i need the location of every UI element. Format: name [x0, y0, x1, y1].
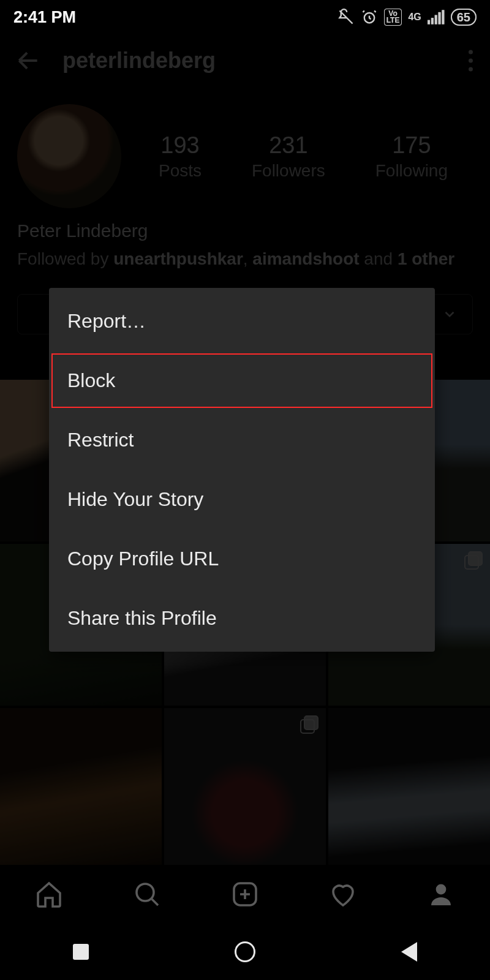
menu-item-report[interactable]: Report… — [49, 292, 435, 351]
options-menu: Report… Block Restrict Hide Your Story C… — [49, 288, 435, 652]
bottom-nav — [0, 865, 490, 924]
menu-item-restrict[interactable]: Restrict — [49, 410, 435, 470]
svg-point-12 — [137, 884, 154, 901]
recents-button[interactable] — [73, 944, 89, 960]
menu-item-share-profile[interactable]: Share this Profile — [49, 589, 435, 648]
profile-icon[interactable] — [426, 880, 456, 909]
activity-heart-icon[interactable] — [328, 880, 358, 909]
search-icon[interactable] — [132, 880, 162, 909]
screen: peterlindeberg 193 Posts 231 Followers — [0, 0, 490, 980]
back-button[interactable] — [401, 942, 417, 962]
home-icon[interactable] — [34, 880, 64, 909]
home-button[interactable] — [235, 941, 255, 962]
menu-item-block[interactable]: Block — [49, 351, 435, 410]
new-post-icon[interactable] — [230, 880, 260, 909]
system-nav — [0, 924, 490, 980]
svg-point-14 — [436, 884, 447, 895]
menu-item-hide-story[interactable]: Hide Your Story — [49, 470, 435, 529]
menu-item-copy-url[interactable]: Copy Profile URL — [49, 529, 435, 589]
